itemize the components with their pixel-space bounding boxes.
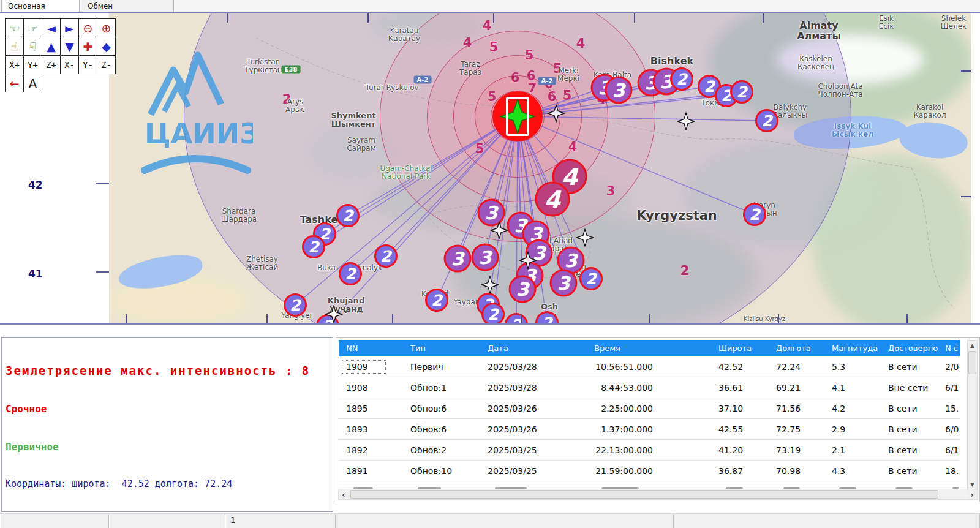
hand-up-button[interactable]: ☝ (5, 37, 24, 56)
table-row[interactable]: 1893Обнов:62025/03/261.37:00.00042.5572.… (339, 419, 960, 440)
station-marker[interactable]: 2 (339, 262, 362, 285)
tab-messages[interactable]: Обмен сообщениями (81, 0, 174, 12)
city-label-karakol: KarakolКаракол (913, 104, 946, 119)
ambulance-button[interactable]: ✚ (78, 37, 97, 56)
table-cell: 2.1 (824, 445, 881, 455)
station-marker[interactable]: 2 (374, 244, 398, 268)
scroll-down-icon[interactable] (968, 480, 977, 489)
table-cell: 36.87 (711, 466, 769, 476)
zoom-out-button[interactable]: ⊖ (78, 18, 97, 37)
station-marker[interactable]: 2 (730, 80, 753, 104)
city-label-turkistan: TurkistanТүркістан (244, 58, 282, 74)
station-marker[interactable]: 2 (670, 67, 693, 91)
station-marker[interactable]: 3 (444, 245, 472, 273)
table-cell: 37.10 (711, 404, 769, 413)
station-marker[interactable]: 2 (755, 109, 778, 132)
axis-tick (227, 13, 228, 23)
station-marker[interactable]: 2 (336, 204, 360, 227)
table-cell: Обнов:6 (403, 424, 480, 434)
station-marker[interactable]: 2 (425, 289, 448, 312)
table-cell: 2025/03/26 (480, 404, 587, 413)
table-cell: 41.20 (711, 445, 769, 455)
arrow-down-button[interactable]: ▼ (60, 37, 79, 56)
y-minus-button[interactable]: Y- (78, 55, 97, 74)
table-row[interactable]: 1895Обнов:62025/03/262.25:00.00037.1071.… (339, 398, 960, 419)
scroll-left-icon[interactable] (339, 489, 349, 499)
table-row[interactable]: 1892Обнов:22025/03/2522.13:00.00041.2073… (339, 440, 960, 461)
axis-tick (266, 314, 268, 323)
city-label-ugam-chatkal: Ugam-ChatkalNational Park (380, 165, 432, 181)
axis-tick (521, 314, 522, 323)
station-marker[interactable]: 3 (550, 270, 578, 297)
column-header-label[interactable]: Долгота (769, 344, 824, 353)
station-marker[interactable]: 2 (481, 303, 505, 323)
column-header-nn[interactable]: NN (339, 344, 403, 353)
table-cell: 69.21 (769, 383, 824, 393)
zoom-in-button[interactable]: ⊕ (97, 18, 116, 37)
table-cell: 42.55 (711, 424, 769, 434)
map-toolbar: ☜☞◄►⊖⊕☝☟▲▼✚◆X+Y+Z+X-Y-Z-←A (5, 18, 115, 92)
isoseismal-label: 5 (488, 89, 497, 104)
table-cell: 70.98 (769, 466, 824, 476)
table-cell: 72.75 (769, 424, 824, 434)
epicenter-rect (506, 97, 529, 136)
tab-bar: Основная вкладка Обмен сообщениями (0, 0, 980, 12)
scroll-right-icon[interactable] (967, 489, 977, 499)
map[interactable]: ЦАИИЗ 7666655555544444322TurkistanТүркіс… (109, 13, 971, 323)
station-marker[interactable]: 2 (579, 267, 603, 290)
pan-hand-left-button[interactable]: ☜ (5, 18, 24, 37)
station-marker[interactable]: 3 (472, 244, 499, 271)
arrow-left-button[interactable]: ◄ (42, 18, 61, 37)
events-table: NNТипДатаВремяШиротаДолготаМагнитудаДост… (339, 340, 960, 491)
vertical-scroll-thumb[interactable] (968, 351, 976, 374)
back-arrow-button[interactable]: ← (5, 74, 24, 92)
column-header-n[interactable]: N с (938, 344, 959, 353)
table-row[interactable]: 1908Обнов:12025/03/288.44:53.00036.6169.… (339, 377, 960, 398)
x-minus-button[interactable]: X- (60, 55, 79, 74)
column-header-label[interactable]: Достовернос (881, 344, 938, 353)
table-row[interactable]: 1909Первич2025/03/2810.56:51.00042.5272.… (339, 356, 960, 377)
station-marker[interactable]: 4 (535, 182, 570, 217)
table-cell: 22.13:00.000 (587, 445, 711, 455)
station-star-icon (519, 251, 537, 272)
arrow-up-button[interactable]: ▲ (42, 37, 61, 56)
horizontal-scrollbar[interactable] (338, 489, 978, 500)
table-cell: 21.59:00.000 (587, 466, 711, 476)
table-cell: 4.1 (824, 383, 881, 393)
arrow-right-button[interactable]: ► (60, 18, 79, 37)
table-cell: В сети (881, 362, 938, 372)
y-plus-button[interactable]: Y+ (23, 55, 42, 74)
table-cell: 1895 (339, 404, 403, 413)
station-marker[interactable]: 2 (284, 293, 307, 317)
tab-main[interactable]: Основная вкладка (1, 0, 80, 12)
station-marker[interactable]: 2 (743, 203, 766, 226)
column-header-label[interactable]: Дата (480, 344, 587, 353)
table-cell: Обнов:10 (403, 466, 480, 476)
axis-tick (126, 314, 127, 323)
column-header-label[interactable]: Широта (711, 344, 769, 353)
road-badge: E38 (282, 66, 301, 74)
station-marker[interactable]: 3 (509, 276, 537, 303)
eraser-book-button[interactable]: ◆ (97, 37, 116, 56)
hand-down-button[interactable]: ☟ (23, 37, 42, 56)
station-marker[interactable]: 2 (302, 235, 325, 258)
label-a-button[interactable]: A (23, 74, 42, 92)
status-cell (674, 514, 980, 528)
horizontal-scroll-thumb[interactable] (350, 490, 938, 499)
column-header-label[interactable]: Время (587, 344, 711, 353)
x-plus-button[interactable]: X+ (5, 55, 24, 74)
city-label-shardara: ShardaraШардара (221, 208, 257, 224)
vertical-scrollbar[interactable] (967, 340, 978, 489)
table-row[interactable]: 1891Обнов:102025/03/2521.59:00.00036.877… (339, 461, 960, 481)
column-header-label[interactable]: Магнитуда (824, 344, 881, 353)
city-label-bishkek: Bishkek (650, 56, 693, 66)
axis-tick (763, 13, 764, 23)
city-label-buka: Buka (317, 264, 336, 272)
column-header-label[interactable]: Тип (403, 344, 480, 353)
z-plus-button[interactable]: Z+ (42, 55, 61, 74)
z-minus-button[interactable]: Z- (97, 55, 116, 74)
epicenter-marker[interactable] (492, 91, 543, 141)
station-marker[interactable]: 3 (605, 77, 633, 104)
scroll-up-icon[interactable] (968, 341, 977, 350)
pan-hand-right-button[interactable]: ☞ (23, 18, 42, 37)
